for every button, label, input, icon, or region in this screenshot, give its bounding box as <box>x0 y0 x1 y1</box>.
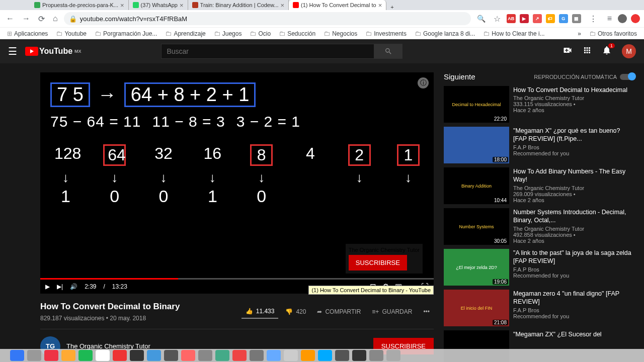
back-button[interactable]: ← <box>4 12 16 25</box>
recommendation-item[interactable]: 18:00 "Megaman X" ¿por qué es tan bueno?… <box>444 127 635 163</box>
dock-app[interactable] <box>164 350 178 361</box>
recommendation-item[interactable]: ¿El mejor zelda 2D? 19:06 "A link to the… <box>444 249 635 286</box>
close-icon[interactable]: × <box>180 2 184 9</box>
search-input[interactable] <box>161 44 374 59</box>
volume-icon[interactable]: 🔊 <box>70 283 77 290</box>
dock-app[interactable] <box>147 350 161 361</box>
dock-app[interactable] <box>27 350 41 361</box>
board-number: 7 5 <box>50 82 90 107</box>
dock-app[interactable] <box>61 350 75 361</box>
dock-app[interactable] <box>284 350 298 361</box>
user-avatar[interactable]: M <box>622 44 636 58</box>
close-icon[interactable]: × <box>378 2 382 9</box>
dock-app[interactable] <box>96 350 110 361</box>
browser-tab[interactable]: Train: Binary Addition | Codew...× <box>188 0 289 10</box>
bookmark-item[interactable]: 🗀Juegos <box>211 29 245 38</box>
favicon <box>293 2 299 8</box>
bit-value: 16 <box>201 144 224 166</box>
dock-app[interactable] <box>250 350 264 361</box>
share-button[interactable]: ➦ COMPARTIR <box>313 305 365 318</box>
forward-button[interactable]: → <box>20 12 32 25</box>
ext-icon-4[interactable]: 🏷 <box>546 14 555 23</box>
home-button[interactable]: ⌂ <box>51 12 60 25</box>
bookmark-item[interactable]: 🗀Seducción <box>276 29 318 38</box>
apps-icon[interactable] <box>583 46 592 57</box>
other-bookmarks[interactable]: 🗀Otros favoritos <box>586 29 640 38</box>
new-tab-button[interactable]: + <box>386 4 397 10</box>
notifications-icon[interactable]: 1 <box>602 45 612 58</box>
hamburger-icon[interactable]: ☰ <box>8 45 17 57</box>
dock-app[interactable] <box>335 350 349 361</box>
dock-app[interactable] <box>198 350 212 361</box>
dock-app[interactable] <box>352 350 366 361</box>
close-icon[interactable]: × <box>120 2 124 9</box>
browser-chrome: Propuesta-de-precios-para-K...×(37) What… <box>0 0 644 39</box>
board-eq3: 3 − 2 = 1 <box>236 113 300 130</box>
browser-tab[interactable]: (1) How To Convert Decimal to× <box>289 0 386 10</box>
dock-app[interactable] <box>215 350 229 361</box>
dock-app[interactable] <box>386 350 400 361</box>
ext-more[interactable]: ⋮ <box>587 12 599 26</box>
reload-button[interactable]: ⟳ <box>36 12 47 26</box>
recommendation-item[interactable]: Number Systems 30:05 Number Systems Intr… <box>444 208 635 245</box>
apps-shortcut[interactable]: ⊞ Aplicaciones <box>4 29 51 38</box>
bookmark-item[interactable]: 🗀How to Clear the i... <box>480 29 547 38</box>
like-button[interactable]: 👍 11.433 <box>242 305 279 319</box>
duration-badge: 19:06 <box>493 279 508 285</box>
bit-output <box>348 187 371 206</box>
bookmark-item[interactable]: 🗀Youtube <box>53 29 90 38</box>
dock-app[interactable] <box>78 350 93 361</box>
dock-app[interactable] <box>318 350 332 361</box>
ext-icon-2[interactable]: ▶ <box>520 14 529 23</box>
bookmark-item[interactable]: 🗀Google lanza 8 di... <box>412 29 478 38</box>
ext-icon-1[interactable]: AB <box>507 14 516 23</box>
star-icon[interactable]: ☆ <box>492 12 503 26</box>
ext-icon-7[interactable] <box>631 14 640 23</box>
title-tooltip: (1) How To Convert Decimal to Binary - Y… <box>308 286 434 295</box>
search-icon[interactable]: 🔍 <box>475 13 488 25</box>
dock-app[interactable] <box>267 350 281 361</box>
video-player[interactable]: ⓘ 7 5 → 64 + 8 + 2 + 1 75 − 64 = 11 11 −… <box>40 72 434 294</box>
recommendation-item[interactable]: El inicio del FIN 21:08 Megaman zero 4 "… <box>444 290 635 326</box>
play-button[interactable]: ▶ <box>45 283 50 290</box>
browser-tab[interactable]: Propuesta-de-precios-para-K...× <box>30 0 129 10</box>
bookmarks-bar: ⊞ Aplicaciones🗀Youtube🗀Porgramación Jue.… <box>0 27 644 39</box>
bookmark-item[interactable]: 🗀Aprendizaje <box>162 29 208 38</box>
overlay-subscribe-button[interactable]: SUSCRIBIRSE <box>349 255 407 270</box>
bit-output: 1 <box>201 187 224 206</box>
dock-app[interactable] <box>232 350 247 361</box>
next-button[interactable]: ▶| <box>57 283 63 290</box>
more-button[interactable]: ••• <box>419 305 434 318</box>
dock-app[interactable] <box>113 350 127 361</box>
rec-meta: Recommended for you <box>513 150 635 156</box>
dislike-button[interactable]: 👎 420 <box>281 305 310 318</box>
close-icon[interactable]: × <box>281 2 285 9</box>
time-duration: 13:23 <box>112 283 127 290</box>
bookmark-item[interactable]: 🗀Ocio <box>247 29 274 38</box>
ext-icon-3[interactable]: ↗ <box>533 14 542 23</box>
dock-app[interactable] <box>44 350 58 361</box>
browser-tab[interactable]: (37) WhatsApp× <box>129 0 188 10</box>
bookmark-item[interactable]: 🗀Investments <box>362 29 410 38</box>
profile-icon[interactable] <box>618 14 627 23</box>
dock-app[interactable] <box>130 350 144 361</box>
bookmark-item[interactable]: 🗀Porgramación Jue... <box>92 29 160 38</box>
bookmark-item[interactable]: 🗀Negocios <box>320 29 360 38</box>
save-button[interactable]: ≡+ GUARDAR <box>368 305 416 318</box>
dock-app[interactable] <box>301 350 315 361</box>
youtube-logo[interactable]: YouTube MX <box>25 47 82 56</box>
dock-app[interactable] <box>369 350 383 361</box>
recommendation-item[interactable]: Binary Addition 10:44 How To Add Binary … <box>444 167 635 204</box>
ext-icon-6[interactable]: ▦ <box>572 14 581 23</box>
autoplay-control[interactable]: REPRODUCCIÓN AUTOMÁTICA <box>534 74 635 80</box>
recommendation-item[interactable]: Decimal to Hexadecimal 22:20 How To Conv… <box>444 86 635 123</box>
tab-list-icon[interactable]: ≡ <box>605 12 614 25</box>
dock-app[interactable] <box>181 350 195 361</box>
search-button[interactable] <box>374 44 403 59</box>
dock-app[interactable] <box>10 350 24 361</box>
create-icon[interactable] <box>562 45 573 58</box>
address-bar[interactable]: 🔒 youtube.com/watch?v=rsxT4FfRBaM <box>64 12 471 25</box>
ext-icon-5[interactable]: G <box>559 14 568 23</box>
rec-channel: F.A.P Bros <box>513 307 635 313</box>
autoplay-toggle[interactable] <box>620 74 635 80</box>
